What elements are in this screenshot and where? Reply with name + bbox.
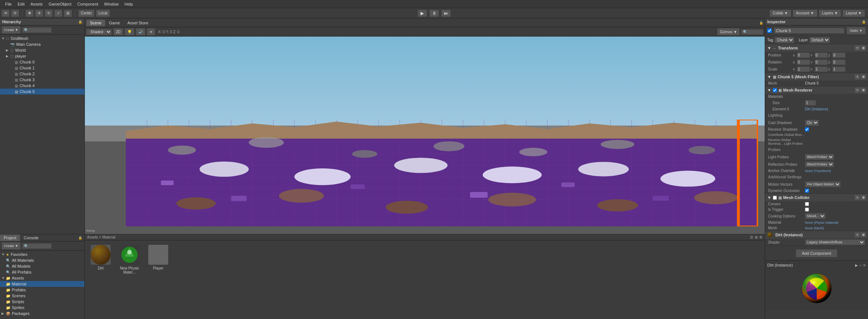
motion-vectors-dropdown[interactable]: Per Object Motion: [805, 181, 841, 187]
pos-y-field[interactable]: 0: [815, 52, 828, 58]
cooking-options-dropdown[interactable]: Mixed...: [805, 213, 826, 219]
project-create[interactable]: Create ▼: [1, 242, 21, 250]
tree-scenes[interactable]: 📁 Scenes: [0, 293, 84, 299]
tab-project[interactable]: Project: [0, 234, 20, 241]
menu-gameobject[interactable]: GameObject: [46, 1, 75, 7]
scene-pin-icon[interactable]: 🔒: [759, 21, 763, 25]
tab-scene[interactable]: Scene: [86, 20, 105, 26]
layers-dropdown[interactable]: Layers ▼: [819, 10, 841, 17]
tree-item-chunk5[interactable]: ▦ Chunk 5: [0, 89, 84, 95]
settings-icon[interactable]: ⚙: [759, 235, 762, 239]
2d-btn[interactable]: 2D: [113, 28, 123, 35]
add-component-button[interactable]: Add Component: [796, 249, 838, 257]
transform-scale[interactable]: ⤢: [54, 10, 62, 17]
static-dropdown[interactable]: Static ▼: [847, 27, 866, 34]
menu-help[interactable]: Help: [121, 1, 136, 7]
list-view-icon[interactable]: ☰: [750, 235, 753, 239]
receive-shadows-check[interactable]: [805, 127, 809, 131]
tree-prefabs[interactable]: 📁 Prefabs: [0, 287, 84, 293]
menu-component[interactable]: Component: [74, 1, 101, 7]
transform-settings-icon[interactable]: ⚙: [861, 45, 866, 51]
tree-material[interactable]: 📁 Material: [0, 281, 84, 287]
tree-favorites[interactable]: ▼ ★ Favorites: [0, 251, 84, 257]
lighting-btn[interactable]: 💡: [125, 28, 134, 35]
menu-edit[interactable]: Edit: [15, 1, 28, 7]
hierarchy-search[interactable]: [22, 27, 52, 33]
tree-item-player[interactable]: ▶ ⬡ player: [0, 53, 84, 59]
audio-btn[interactable]: 🔊: [136, 28, 145, 35]
menu-window[interactable]: Window: [101, 1, 121, 7]
mc-material-value[interactable]: None (Physic Material): [805, 221, 865, 224]
pivot-center[interactable]: Center: [78, 10, 94, 17]
mesh-collider-header[interactable]: ▼ ▦ Mesh Collider ? ⚙: [765, 194, 868, 201]
mesh-filter-header[interactable]: ▼ ▦ Chunk 5 (Mesh Filter) ? ⚙: [765, 73, 868, 80]
scale-z-field[interactable]: 1: [832, 66, 845, 72]
menu-file[interactable]: File: [2, 1, 15, 7]
tree-packages[interactable]: ▶ 📦 Packages: [0, 311, 84, 316]
element0-value[interactable]: Dirt (Instance): [805, 107, 865, 111]
rot-y-field[interactable]: 0: [815, 59, 828, 65]
tree-scripts[interactable]: 📁 Scripts: [0, 299, 84, 305]
size-field[interactable]: 1: [805, 100, 816, 106]
scene-search[interactable]: [741, 29, 763, 35]
object-name-field[interactable]: [774, 28, 844, 34]
inspector-pin[interactable]: 🔒: [862, 20, 866, 24]
transform-rect[interactable]: ⊞: [64, 10, 72, 17]
redo-btn[interactable]: ⟳: [11, 10, 19, 17]
grid-view-icon[interactable]: ⊞: [755, 235, 758, 239]
transform-help-icon[interactable]: ?: [855, 45, 860, 51]
asset-physic[interactable]: New Physic Mater...: [117, 243, 142, 276]
dirt-settings-icon[interactable]: ⚙: [861, 232, 866, 237]
pause-button[interactable]: ⏸: [429, 10, 439, 17]
tab-console[interactable]: Console: [20, 234, 42, 241]
rot-x-field[interactable]: 0: [797, 59, 810, 65]
tab-game[interactable]: Game: [105, 20, 124, 26]
undo-btn[interactable]: ⟲: [1, 10, 10, 17]
tree-item-chunk2[interactable]: ▦ Chunk 2: [0, 71, 84, 77]
tree-all-prefabs[interactable]: 🔍 All Prefabs: [0, 269, 84, 275]
anchor-override-value[interactable]: None (Transform): [805, 169, 865, 173]
transform-header[interactable]: ▼ ↔ Transform ? ⚙: [765, 44, 868, 52]
mc-enabled[interactable]: [773, 196, 777, 200]
shading-dropdown[interactable]: Shaded: [86, 29, 112, 35]
preview-play-icon[interactable]: ▶: [855, 263, 858, 267]
pos-x-field[interactable]: 0: [797, 52, 810, 58]
tree-all-models[interactable]: 🔍 All Models: [0, 263, 84, 269]
reflection-probes-dropdown[interactable]: Blend Probes: [805, 161, 834, 167]
shader-dropdown[interactable]: Legacy Shaders/Diffuse: [805, 239, 865, 245]
hierarchy-create[interactable]: Create ▼: [1, 26, 21, 34]
dynamic-occlusion-check[interactable]: [805, 189, 809, 193]
mesh-value[interactable]: Chunk 5: [805, 81, 865, 85]
mr-settings-icon[interactable]: ⚙: [861, 88, 866, 93]
cast-shadows-dropdown[interactable]: On: [805, 120, 819, 126]
pos-z-field[interactable]: 0: [832, 52, 845, 58]
tree-item-chunk0[interactable]: ▦ Chunk 0: [0, 59, 84, 65]
preview-close-icon[interactable]: ✕: [863, 263, 866, 267]
is-trigger-check[interactable]: [805, 207, 809, 212]
mr-help-icon[interactable]: ?: [855, 88, 860, 93]
account-dropdown[interactable]: Account ▼: [793, 10, 817, 17]
asset-player[interactable]: Player: [145, 243, 171, 276]
scale-x-field[interactable]: 1: [797, 66, 810, 72]
tag-dropdown[interactable]: Chunk: [775, 37, 794, 43]
gizmos-btn[interactable]: Gizmos ▼: [717, 28, 740, 35]
mesh-renderer-header[interactable]: ▼ ▦ Mesh Renderer ? ⚙: [765, 86, 868, 94]
convex-check[interactable]: [805, 202, 809, 206]
scale-y-field[interactable]: 1: [815, 66, 828, 72]
layout-dropdown[interactable]: Layout ▼: [843, 10, 865, 17]
light-probes-dropdown[interactable]: Blend Probes: [805, 154, 834, 160]
play-button[interactable]: ▶: [418, 10, 427, 17]
tree-all-materials[interactable]: 🔍 All Materials: [0, 257, 84, 263]
mc-settings-icon[interactable]: ⚙: [861, 195, 866, 200]
asset-dirt[interactable]: Dirt: [88, 243, 114, 276]
tree-item-world[interactable]: ▶ ⬡ World: [0, 47, 84, 53]
tree-assets[interactable]: ▼ 📁 Assets: [0, 275, 84, 281]
tree-sprites[interactable]: 📁 Sprites: [0, 305, 84, 311]
effects-btn[interactable]: ☀: [147, 28, 155, 35]
tree-item-chunk3[interactable]: ▦ Chunk 3: [0, 77, 84, 83]
mf-settings-icon[interactable]: ⚙: [861, 74, 866, 79]
step-button[interactable]: ⏭: [441, 10, 451, 17]
object-active-checkbox[interactable]: [767, 28, 772, 33]
mf-help-icon[interactable]: ?: [855, 74, 860, 79]
preview-minimize-icon[interactable]: ─: [859, 263, 862, 267]
